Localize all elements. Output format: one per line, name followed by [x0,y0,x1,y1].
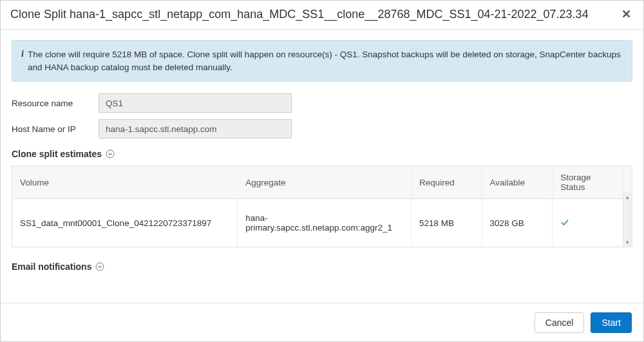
cell-volume: SS1_data_mnt00001_Clone_0421220723371897 [12,199,238,247]
dialog-header: Clone Split hana-1_sapcc_stl_netapp_com_… [1,1,643,30]
info-icon: i [21,48,24,60]
cell-available: 3028 GB [482,199,553,247]
col-required[interactable]: Required [411,166,482,199]
scroll-down-icon[interactable]: ▾ [626,238,629,247]
resource-name-row: Resource name [12,93,632,113]
table-header-row: Volume Aggregate Required Available Stor… [12,166,632,199]
svg-point-0 [106,150,114,158]
estimates-label: Clone split estimates [12,149,102,159]
estimates-table-wrap: Volume Aggregate Required Available Stor… [12,166,632,247]
dialog-footer: Cancel Start [1,303,643,341]
table-row: SS1_data_mnt00001_Clone_0421220723371897… [12,199,632,247]
chevron-down-icon[interactable] [106,149,115,158]
dialog-title: Clone Split hana-1_sapcc_stl_netapp_com_… [10,8,589,21]
close-icon[interactable]: ✕ [619,7,634,21]
email-section-title: Email notifications [12,261,632,272]
col-volume[interactable]: Volume [12,166,238,199]
cancel-button[interactable]: Cancel [535,312,585,333]
svg-point-1 [96,263,104,271]
chevron-down-icon[interactable] [95,262,104,271]
cell-aggregate: hana-primary.sapcc.stl.netapp.com:aggr2_… [238,199,412,247]
info-banner: i The clone will require 5218 MB of spac… [12,40,632,82]
cell-required: 5218 MB [411,199,482,247]
host-row: Host Name or IP [12,119,632,138]
cell-status [553,199,623,247]
estimates-section-title: Clone split estimates [12,149,632,159]
col-aggregate[interactable]: Aggregate [238,166,412,199]
dialog-content: i The clone will require 5218 MB of spac… [1,30,643,272]
col-available[interactable]: Available [482,166,553,199]
col-status[interactable]: Storage Status [553,166,623,199]
resource-name-label: Resource name [12,99,99,108]
resource-name-field[interactable] [99,93,292,113]
host-field[interactable] [99,119,292,138]
email-label: Email notifications [12,261,91,272]
start-button[interactable]: Start [591,312,632,333]
host-label: Host Name or IP [12,124,99,134]
scroll-up-icon[interactable]: ▴ [626,193,629,202]
table-scrollbar[interactable]: ▴ ▾ [623,193,632,247]
info-text: The clone will require 5218 MB of space.… [28,48,623,73]
check-icon [560,219,569,229]
estimates-table: Volume Aggregate Required Available Stor… [12,166,632,247]
